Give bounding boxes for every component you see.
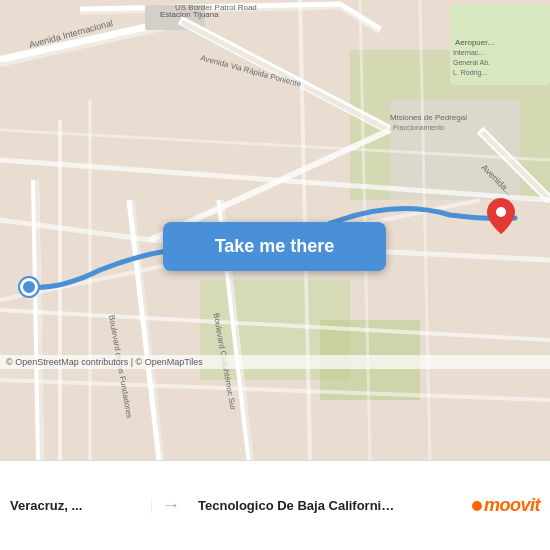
arrow-icon: → [152, 495, 190, 516]
svg-text:Internac...: Internac... [453, 49, 484, 56]
attribution-text: © OpenStreetMap contributors | © OpenMap… [6, 357, 203, 367]
destination-marker [487, 198, 515, 234]
svg-text:General Ab.: General Ab. [453, 59, 490, 66]
take-me-there-button[interactable]: Take me there [163, 222, 386, 271]
svg-text:L. Rodrig...: L. Rodrig... [453, 69, 487, 77]
moovit-brand-text: moovit [484, 495, 540, 516]
moovit-dot-icon [472, 501, 482, 511]
to-name: Tecnologico De Baja California Camp... [198, 498, 398, 513]
bottom-bar: Veracruz, ... → Tecnologico De Baja Cali… [0, 460, 550, 550]
to-section: Tecnologico De Baja California Camp... [190, 498, 464, 513]
origin-marker [20, 278, 38, 296]
moovit-logo: moovit [464, 495, 540, 516]
svg-text:Aeropuer...: Aeropuer... [455, 38, 494, 47]
route-info: Veracruz, ... → Tecnologico De Baja Cali… [0, 495, 550, 516]
from-name: Veracruz, ... [10, 498, 143, 513]
svg-text:Misiones de Pedregal: Misiones de Pedregal [390, 113, 467, 122]
svg-point-21 [496, 207, 506, 217]
map-attribution: © OpenStreetMap contributors | © OpenMap… [0, 355, 550, 369]
map-container: Avenida Internacional Avenida Via Rápida… [0, 0, 550, 460]
svg-text:Fraccionamiento: Fraccionamiento [393, 124, 445, 131]
svg-text:US Border Patrol Road: US Border Patrol Road [175, 3, 257, 12]
from-section: Veracruz, ... [10, 498, 152, 513]
